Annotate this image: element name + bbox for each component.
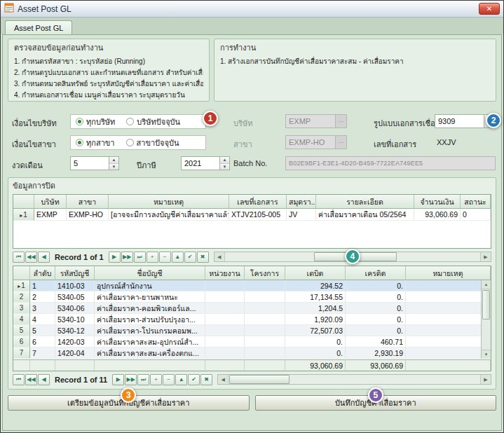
close-button[interactable]: ✕: [479, 3, 500, 15]
year-spinner[interactable]: 2021 ▲ ▼: [181, 156, 230, 170]
radio-all-branches[interactable]: ทุกสาขา: [76, 137, 115, 149]
nav-next-button[interactable]: ▶: [109, 252, 121, 263]
nav-prev-page-button[interactable]: ◀◀: [25, 374, 37, 385]
nav-prev-button[interactable]: ◀: [38, 252, 50, 263]
col-account-name[interactable]: ชื่อบัญชี: [95, 266, 205, 280]
col-credit[interactable]: เครดิต: [346, 266, 406, 280]
col-note[interactable]: หมายเหตุ: [109, 195, 229, 209]
tab-asset-post-gl[interactable]: Asset Post GL: [5, 20, 72, 35]
radio-current-branch[interactable]: สาขาปัจจุบัน: [126, 137, 179, 149]
col-note[interactable]: หมายเหตุ: [406, 266, 491, 280]
nav-edit-button[interactable]: ▲: [175, 374, 187, 385]
nav-last-button[interactable]: ⏭: [137, 374, 149, 385]
radio-current-company[interactable]: บริษัทปัจจุบัน: [126, 116, 180, 128]
scroll-right-icon[interactable]: ▶: [480, 252, 491, 261]
line-grid-row[interactable]: 5 5 5340-12 ค่าเสื่อมราคา-โปรแกรมคอมพ...…: [13, 325, 491, 336]
nav-prev-page-button[interactable]: ◀◀: [25, 252, 37, 263]
line-grid-vscrollbar[interactable]: ▲ ▼: [481, 280, 491, 359]
radio-dot-icon: [126, 139, 134, 146]
nav-next-page-button[interactable]: ▶▶: [125, 374, 137, 385]
cell-debit: 0.: [285, 348, 346, 359]
step-badge-4: 4: [345, 249, 360, 264]
cell-doc-no: XTJV2105-005: [229, 209, 287, 221]
col-doc-no[interactable]: เลขที่เอกสาร: [229, 195, 287, 209]
selected-row-arrow-icon: ▸: [18, 283, 20, 289]
scroll-right-icon[interactable]: ▶: [480, 375, 491, 384]
company-lookup-button[interactable]: ···: [335, 115, 346, 128]
col-journal[interactable]: สมุดรา...: [287, 195, 316, 209]
line-grid-hscrollbar[interactable]: ◀ ▶: [217, 374, 491, 385]
nav-cancel-button[interactable]: ✖: [197, 252, 209, 263]
col-project[interactable]: โครงการ: [245, 266, 285, 280]
line-grid-row[interactable]: 2 2 5340-05 ค่าเสื่อมราคา-ยานพาหนะ 17,13…: [13, 291, 491, 303]
col-branch[interactable]: สาขา: [67, 195, 109, 209]
nav-delete-button[interactable]: −: [159, 252, 171, 263]
nav-prev-button[interactable]: ◀: [38, 374, 50, 385]
nav-next-page-button[interactable]: ▶▶: [121, 252, 133, 263]
nav-post-button[interactable]: ✔: [184, 252, 196, 263]
cell-note: [406, 303, 491, 314]
line-grid-row[interactable]: 6 6 1420-03 ค่าเสื่อมราคาสะสม-อุปกรณ์สำ.…: [13, 336, 491, 348]
period-spin-down-icon[interactable]: ▼: [109, 163, 118, 170]
cell-credit: 0.: [346, 280, 406, 291]
app-icon: [4, 3, 14, 15]
year-spin-up-icon[interactable]: ▲: [220, 157, 229, 163]
year-spin-down-icon[interactable]: ▼: [220, 163, 229, 170]
col-amount[interactable]: จำนวนเงิน: [414, 195, 461, 209]
cell-note: [406, 280, 491, 291]
cell-detail: ค่าเสื่อมราคาเดือน 05/2564: [316, 209, 414, 221]
nav-post-button[interactable]: ✔: [188, 374, 200, 385]
cell-debit: 72,507.03: [285, 325, 346, 336]
col-company[interactable]: บริษัท: [34, 195, 67, 209]
post-depreciation-button[interactable]: 5 บันทึกบัญชีค่าเสื่อมราคา: [255, 395, 497, 411]
line-grid-row[interactable]: ▸1 1 1410-03 อุปกรณ์สำนักงาน 294.52 0.: [13, 280, 491, 291]
cell-dept: [205, 314, 245, 325]
col-detail[interactable]: รายละเอียด: [316, 195, 414, 209]
scroll-up-icon[interactable]: ▲: [482, 280, 491, 289]
doc-grid-hscrollbar[interactable]: ◀ ▶ 4: [214, 252, 491, 262]
nav-last-button[interactable]: ⏭: [134, 252, 146, 263]
nav-delete-button[interactable]: −: [163, 374, 175, 385]
scroll-down-icon[interactable]: ▼: [482, 350, 491, 359]
nav-edit-button[interactable]: ▲: [172, 252, 184, 263]
vscroll-thumb[interactable]: [482, 290, 490, 319]
radio-all-companies[interactable]: ทุกบริษัท: [76, 116, 115, 128]
cell-note: [406, 314, 491, 325]
col-department[interactable]: หน่วยงาน: [205, 266, 245, 280]
scroll-left-icon[interactable]: ◀: [214, 252, 225, 261]
doc-grid-row[interactable]: ▸1 EXMP EXMP-HO [อาจจะมีการลงบัญชีค่าเสื…: [13, 209, 491, 221]
nav-add-button[interactable]: +: [147, 252, 158, 263]
nav-add-button[interactable]: +: [150, 374, 162, 385]
col-debit[interactable]: เดบิต: [285, 266, 346, 280]
cell-code: 5340-10: [55, 314, 95, 325]
hscroll-thumb[interactable]: [229, 375, 290, 384]
scroll-left-icon[interactable]: ◀: [218, 375, 229, 384]
nav-first-button[interactable]: ⏮: [13, 252, 25, 263]
cell-project: [245, 291, 285, 303]
cell-code: 1420-04: [55, 348, 95, 359]
record-indicator: Record 1 of 11: [55, 376, 107, 384]
prepare-depreciation-button[interactable]: 3 เตรียมข้อมูลบันทึกบัญชีค่าเสื่อมราคา: [8, 395, 250, 411]
col-seq[interactable]: ลำดับ: [30, 266, 55, 280]
radio-current-branch-label: สาขาปัจจุบัน: [137, 137, 179, 149]
period-spinner[interactable]: 5 ▲ ▼: [70, 156, 119, 170]
line-grid-row[interactable]: 7 7 1420-04 ค่าเสื่อมราคาสะสม-เครื่องตกแ…: [13, 348, 491, 359]
col-status[interactable]: สถานะ: [461, 195, 491, 209]
cell-project: [245, 325, 285, 336]
tasks-group: การทำงาน 1. สร้างเอกสารบันทึกบัญชีค่าเสื…: [214, 39, 496, 102]
cell-note: [406, 291, 491, 303]
branch-lookup-button[interactable]: ···: [335, 136, 346, 149]
nav-first-button[interactable]: ⏮: [13, 374, 25, 385]
cell-debit: 17,134.55: [285, 291, 346, 303]
period-spin-up-icon[interactable]: ▲: [109, 157, 118, 163]
nav-next-button[interactable]: ▶: [112, 374, 124, 385]
cell-branch: EXMP-HO: [67, 209, 109, 221]
col-account-code[interactable]: รหัสบัญชี: [55, 266, 95, 280]
line-grid-row[interactable]: 3 3 5340-06 ค่าเสื่อมราคา-คอมพิวเตอร์แล.…: [13, 303, 491, 314]
nav-cancel-button[interactable]: ✖: [200, 374, 212, 385]
cell-dept: [205, 325, 245, 336]
total-credit: 93,060.69: [346, 359, 406, 371]
selected-row-arrow-icon: ▸: [20, 212, 22, 219]
cell-seq: 2: [30, 291, 55, 303]
line-grid-row[interactable]: 4 4 5340-10 ค่าเสื่อมราคา-ส่วนปรับปรุงอา…: [13, 314, 491, 325]
